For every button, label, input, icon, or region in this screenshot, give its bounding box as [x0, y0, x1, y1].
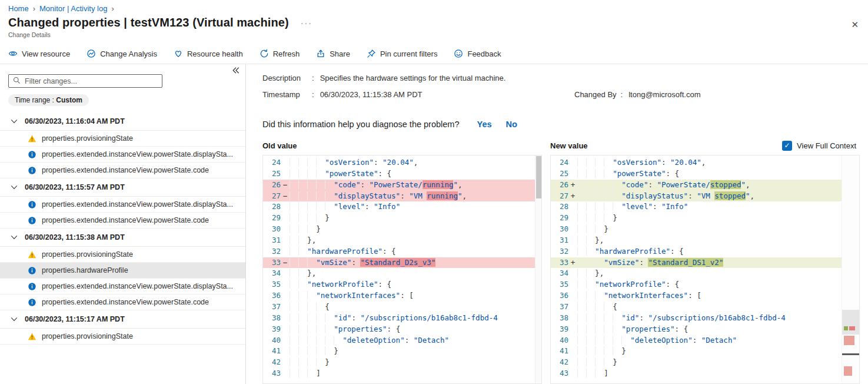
change-item[interactable]: properties.extended.instanceView.powerSt…: [0, 197, 245, 213]
toolbar: View resourceChange AnalysisResource hea…: [0, 45, 868, 64]
line-number: 30: [551, 224, 568, 235]
code-line: 41 }: [263, 346, 541, 357]
main-content: Description:Specifies the hardware setti…: [246, 64, 868, 384]
minimap-removed-mark: [844, 336, 854, 345]
change-item[interactable]: properties.hardwareProfile: [0, 263, 245, 279]
description-row: Description:Specifies the hardware setti…: [262, 74, 860, 84]
code-line: 28 "level": "Info": [263, 201, 541, 213]
change-item-label: properties.extended.instanceView.powerSt…: [42, 216, 209, 224]
diff-sign: [281, 157, 290, 168]
diff-sign: [281, 235, 290, 246]
change-item[interactable]: properties.extended.instanceView.powerSt…: [0, 294, 245, 310]
toolbar-view-resource-button[interactable]: View resource: [8, 49, 70, 58]
toolbar-refresh-button[interactable]: Refresh: [260, 49, 300, 58]
view-full-context-checkbox[interactable]: ✓ View Full Context: [782, 141, 856, 151]
time-range-filter-pill[interactable]: Time range : Custom: [8, 94, 89, 106]
description-value: Specifies the hardware settings for the …: [320, 74, 506, 82]
line-number: 40: [551, 335, 568, 346]
change-group-header[interactable]: 06/30/2023, 11:15:38 AM PDT: [0, 229, 245, 247]
timestamp-row: Timestamp:06/30/2023, 11:15:38 AM PDT Ch…: [262, 90, 860, 101]
diff-sign: [281, 368, 290, 379]
no-link[interactable]: No: [506, 120, 517, 129]
diff-sign: [568, 213, 577, 224]
change-group-date: 06/30/2023, 11:15:17 AM PDT: [25, 315, 125, 323]
diff-sign: [281, 279, 290, 290]
diff-sign: [568, 157, 577, 168]
info-icon: [28, 216, 36, 225]
toolbar-resource-health-button[interactable]: Resource health: [174, 49, 243, 58]
diff-sign: [281, 302, 290, 313]
view-full-context-label: View Full Context: [797, 141, 856, 150]
view-resource-icon: [8, 49, 18, 58]
line-number: 26: [551, 180, 568, 191]
change-group-header[interactable]: 06/30/2023, 11:15:17 AM PDT: [0, 310, 245, 329]
new-code-lines: 24 "osVersion": "20.04",25 "powerState":…: [551, 155, 859, 379]
code-line: 39 "properties": {: [263, 324, 541, 335]
diff-sign: +: [568, 180, 577, 191]
change-group-header[interactable]: 06/30/2023, 11:16:04 AM PDT: [0, 112, 245, 131]
line-number: 24: [263, 157, 281, 168]
code-line: 36 "networkInterfaces": [: [551, 290, 859, 302]
change-group-header[interactable]: 06/30/2023, 11:15:57 AM PDT: [0, 178, 245, 197]
line-number: 25: [263, 168, 281, 180]
toolbar-pin-current-filters-button[interactable]: Pin current filters: [367, 49, 438, 58]
code-line: 31 },: [551, 235, 859, 246]
line-number: 36: [551, 290, 568, 302]
new-value-label: New value: [550, 141, 782, 150]
info-icon: [28, 166, 36, 175]
code-line: 43 ]: [263, 368, 541, 379]
diff-sign: [568, 279, 577, 290]
description-label: Description: [262, 74, 312, 82]
change-item[interactable]: properties.extended.instanceView.powerSt…: [0, 163, 245, 178]
changed-by: Changed By:ltong@microsoft.com: [574, 90, 700, 99]
info-icon: [28, 282, 36, 291]
code-line: 40 "deleteOption": "Detach": [551, 335, 859, 346]
old-panel-scrollbar[interactable]: [535, 155, 541, 383]
change-item[interactable]: properties.extended.instanceView.powerSt…: [0, 213, 245, 229]
chevron-down-icon: [10, 183, 18, 191]
toolbar-feedback-button[interactable]: Feedback: [454, 49, 501, 58]
change-item[interactable]: properties.provisioningState: [0, 329, 245, 345]
share-icon: [316, 49, 325, 58]
breadcrumb-link-monitor-activity-log[interactable]: Monitor | Activity log: [39, 4, 107, 13]
old-value-label: Old value: [262, 141, 550, 150]
change-item[interactable]: properties.extended.instanceView.powerSt…: [0, 279, 245, 294]
toolbar-change-analysis-button[interactable]: Change Analysis: [87, 49, 157, 58]
code-line: 31 },: [263, 235, 541, 246]
change-item[interactable]: properties.provisioningState: [0, 131, 245, 147]
change-item-label: properties.extended.instanceView.powerSt…: [42, 166, 209, 174]
scrollbar-thumb[interactable]: [536, 156, 541, 198]
close-icon[interactable]: ✕: [851, 19, 859, 30]
code-line: 29 }: [551, 213, 859, 224]
collapse-sidebar-icon[interactable]: [231, 66, 240, 77]
filter-search-box[interactable]: [8, 74, 162, 88]
filter-changes-input[interactable]: [25, 77, 158, 85]
code-line: 35 "networkProfile": {: [263, 279, 541, 290]
minimap[interactable]: [842, 155, 859, 383]
minimap-cursor-mark: [842, 353, 859, 355]
diff-sign: [568, 324, 577, 335]
change-item-label: properties.extended.instanceView.powerSt…: [42, 200, 233, 208]
more-menu-icon[interactable]: ···: [301, 18, 312, 28]
changed-by-value: ltong@microsoft.com: [628, 90, 700, 99]
change-analysis-icon: [87, 49, 96, 58]
line-number: 35: [263, 279, 281, 290]
code-line: 30 }: [263, 224, 541, 235]
toolbar-share-button[interactable]: Share: [316, 49, 350, 58]
line-number: 28: [551, 201, 568, 213]
diff-sign: [568, 313, 577, 324]
line-number: 30: [263, 224, 281, 235]
change-tree: 06/30/2023, 11:16:04 AM PDTproperties.pr…: [0, 112, 245, 345]
change-item[interactable]: properties.provisioningState: [0, 247, 245, 263]
line-number: 43: [263, 368, 281, 379]
breadcrumb-link-home[interactable]: Home: [8, 4, 29, 13]
minimap-removed-mark: [849, 326, 855, 330]
minimap-slider[interactable]: [842, 310, 859, 335]
resource-health-icon: [174, 49, 183, 58]
change-item[interactable]: properties.extended.instanceView.powerSt…: [0, 147, 245, 163]
code-line: 30 }: [551, 224, 859, 235]
change-item-label: properties.hardwareProfile: [42, 266, 128, 274]
breadcrumb-separator-icon: ›: [33, 4, 35, 13]
diff-sign: [568, 235, 577, 246]
yes-link[interactable]: Yes: [477, 120, 492, 129]
